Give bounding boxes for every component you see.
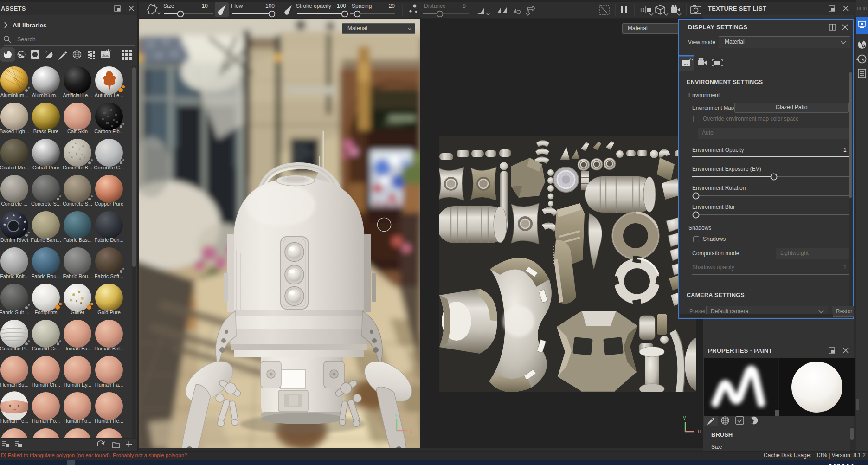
svg-text:Glitter: Glitter <box>71 310 84 315</box>
svg-text:Human Bel...: Human Bel... <box>94 346 124 351</box>
svg-text:Artificial Le...: Artificial Le... <box>63 92 92 98</box>
svg-text:Coated Me...: Coated Me... <box>0 165 29 170</box>
svg-text:Flow: Flow <box>231 3 243 9</box>
svg-text:Denim Rivet: Denim Rivet <box>0 237 28 243</box>
svg-text:10: 10 <box>202 3 208 9</box>
svg-text:U: U <box>698 429 701 434</box>
svg-text:Gold Pure: Gold Pure <box>97 310 121 315</box>
svg-text:Aluminium...: Aluminium... <box>32 92 60 98</box>
svg-text:Concrete S...: Concrete S... <box>31 201 61 207</box>
svg-text:Copper Pure: Copper Pure <box>95 201 123 207</box>
svg-text:Brass Pure: Brass Pure <box>33 129 58 134</box>
svg-text:100: 100 <box>337 3 346 9</box>
svg-text:Footprints: Footprints <box>35 310 58 315</box>
svg-text:Fabric Bam...: Fabric Bam... <box>31 237 61 243</box>
svg-text:Fabric Bas...: Fabric Bas... <box>63 237 92 243</box>
svg-text:Fabric Rou...: Fabric Rou... <box>63 273 92 279</box>
svg-text:Carbon Fib...: Carbon Fib... <box>94 129 124 134</box>
svg-text:Calf Skin: Calf Skin <box>67 129 88 134</box>
svg-text:Fabric Den...: Fabric Den... <box>95 237 124 243</box>
svg-text:Fabric Soft...: Fabric Soft... <box>95 273 123 279</box>
svg-text:Concrete S...: Concrete S... <box>63 201 92 207</box>
svg-text:Aluminium...: Aluminium... <box>0 92 29 98</box>
svg-text:Ground Gr...: Ground Gr... <box>32 346 60 351</box>
svg-text:Fabric Suit ...: Fabric Suit ... <box>0 310 29 315</box>
svg-text:Stroke opacity: Stroke opacity <box>296 3 331 9</box>
svg-text:Y: Y <box>395 413 398 418</box>
svg-text:Fabric Rou...: Fabric Rou... <box>32 273 61 279</box>
svg-text:Spacing: Spacing <box>352 3 372 9</box>
svg-text:Human Ey...: Human Ey... <box>64 382 91 388</box>
svg-text:Human Fe...: Human Fe... <box>0 418 29 424</box>
svg-text:Human Fo...: Human Fo... <box>64 418 92 424</box>
svg-text:Baked Ligh...: Baked Ligh... <box>0 129 29 134</box>
svg-text:Fabric Knit...: Fabric Knit... <box>0 273 29 279</box>
svg-text:Cobalt Pure: Cobalt Pure <box>32 165 59 170</box>
svg-text:Concrete ...: Concrete ... <box>1 201 28 207</box>
svg-text:Size: Size <box>163 3 174 9</box>
svg-text:Human Ch...: Human Ch... <box>32 382 60 388</box>
svg-text:20: 20 <box>389 3 395 9</box>
svg-text:Concrete B...: Concrete B... <box>63 165 92 170</box>
svg-text:Human Bu...: Human Bu... <box>0 382 28 388</box>
svg-text:Search: Search <box>17 36 36 43</box>
svg-text:Autumn Le...: Autumn Le... <box>95 92 123 98</box>
svg-text:V: V <box>683 415 686 420</box>
svg-text:Human Fa...: Human Fa... <box>95 382 123 388</box>
svg-text:8: 8 <box>463 3 466 9</box>
svg-text:x: x <box>410 429 412 433</box>
svg-text:All libraries: All libraries <box>13 22 47 29</box>
svg-text:Human Ba...: Human Ba... <box>63 346 91 351</box>
svg-text:D: D <box>640 6 644 13</box>
svg-text:Concrete C...: Concrete C... <box>94 165 124 170</box>
svg-text:Human Fo...: Human Fo... <box>32 418 60 424</box>
svg-text:Gouache P...: Gouache P... <box>0 346 29 351</box>
svg-text:100: 100 <box>265 3 275 9</box>
svg-text:Human He...: Human He... <box>95 418 123 424</box>
svg-text:Distance: Distance <box>424 3 446 9</box>
